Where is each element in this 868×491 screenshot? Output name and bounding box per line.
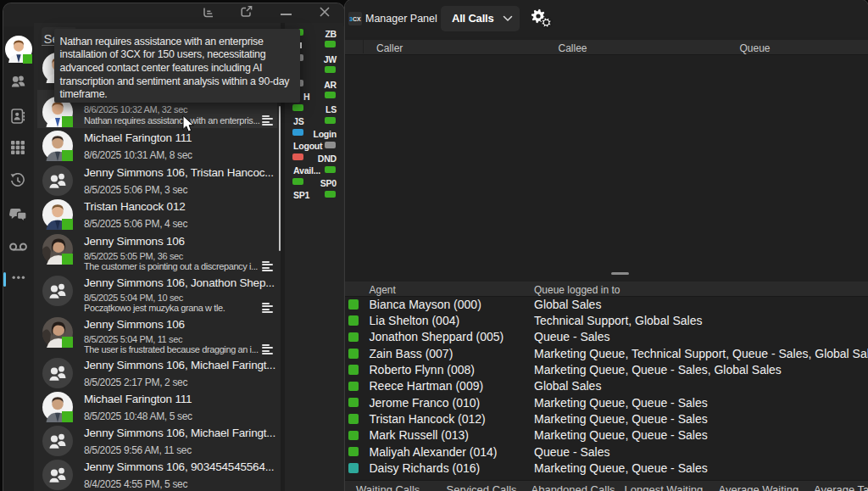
svg-text:3: 3	[349, 16, 353, 22]
svg-text:CX: CX	[353, 16, 361, 22]
